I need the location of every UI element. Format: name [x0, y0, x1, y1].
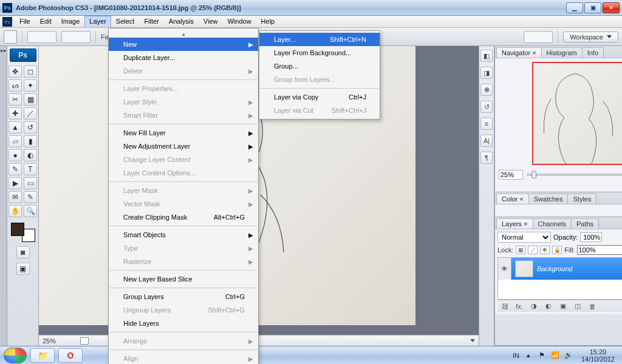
tray-flag-icon[interactable]: ⚑: [538, 351, 546, 359]
tab-swatches[interactable]: Swatches: [528, 194, 569, 204]
workspace-menu[interactable]: Workspace: [563, 32, 618, 42]
document-info-icon[interactable]: [80, 337, 89, 345]
strip-button[interactable]: ✻: [480, 84, 493, 96]
tab-layers[interactable]: Layers ×: [496, 218, 533, 229]
status-menu-icon[interactable]: [470, 339, 475, 342]
menu-layer[interactable]: Layer: [84, 16, 111, 27]
layer-row[interactable]: 👁 Background 🔒: [498, 258, 622, 280]
menu-analysis[interactable]: Analysis: [164, 16, 199, 27]
zoom-field[interactable]: 25%: [43, 337, 75, 345]
lock-position-icon[interactable]: ✥: [540, 246, 550, 254]
dodge-tool[interactable]: ◐: [24, 149, 37, 161]
minimize-button[interactable]: ▁: [566, 2, 583, 13]
layer-thumbnail[interactable]: [515, 260, 533, 277]
scroll-up-arrow[interactable]: ▴: [109, 30, 258, 38]
marquee-tool[interactable]: ◻: [24, 66, 37, 78]
fx-icon[interactable]: fx.: [514, 303, 524, 310]
taskbar-explorer[interactable]: 📁: [30, 348, 55, 363]
hand-tool[interactable]: ✋: [9, 205, 22, 217]
tab-paths[interactable]: Paths: [571, 218, 599, 229]
lock-image-icon[interactable]: ／: [528, 246, 538, 254]
history-brush-tool[interactable]: ↺: [24, 121, 37, 133]
group-icon[interactable]: ▣: [558, 302, 568, 310]
menu-item[interactable]: New Fill Layer▶: [109, 126, 258, 140]
menu-image[interactable]: Image: [56, 16, 85, 27]
menu-item[interactable]: Layer From Background...: [259, 46, 380, 59]
eyedropper-tool[interactable]: ✎: [24, 191, 37, 203]
eraser-tool[interactable]: ▱: [9, 135, 22, 147]
selection-mode-add[interactable]: [61, 31, 91, 43]
menu-select[interactable]: Select: [111, 16, 140, 27]
slider-knob[interactable]: [531, 171, 536, 178]
menu-item[interactable]: New▶: [109, 38, 258, 51]
strip-button[interactable]: ↺: [480, 101, 493, 113]
new-layer-icon[interactable]: ◫: [573, 302, 583, 310]
blend-mode-select[interactable]: Normal: [497, 232, 551, 243]
healing-brush-tool[interactable]: ✚: [9, 107, 22, 120]
selection-mode-new[interactable]: [27, 31, 56, 43]
link-layers-icon[interactable]: ⛓: [500, 303, 510, 310]
strip-button[interactable]: ¶: [480, 152, 493, 164]
menu-item[interactable]: Layer...Shift+Ctrl+N: [259, 33, 380, 46]
blur-tool[interactable]: ●: [9, 149, 22, 161]
delete-layer-icon[interactable]: 🗑: [587, 303, 597, 310]
adjustment-icon[interactable]: ◐: [544, 302, 553, 310]
color-swatches[interactable]: [10, 221, 36, 242]
strip-button[interactable]: ≡: [480, 118, 493, 130]
navigator-zoom-input[interactable]: [499, 170, 523, 180]
menu-item[interactable]: Smart Objects▶: [109, 228, 258, 241]
magic-wand-tool[interactable]: ✦: [24, 79, 37, 92]
tray-show-hidden-icon[interactable]: ▴: [524, 351, 533, 359]
maximize-button[interactable]: ▣: [584, 2, 601, 13]
clock[interactable]: 15:20 14/10/2012: [578, 348, 618, 363]
tray-network-icon[interactable]: 📶: [551, 351, 559, 359]
dock-toggle[interactable]: ▸▸: [0, 46, 7, 346]
quick-mask-toggle[interactable]: ◙: [16, 246, 30, 258]
menu-item[interactable]: Create Clipping MaskAlt+Ctrl+G: [109, 211, 258, 224]
layer-menu-dropdown[interactable]: ▴ New▶Duplicate Layer...Delete▶Layer Pro…: [108, 28, 259, 364]
menu-edit[interactable]: Edit: [35, 16, 56, 27]
menu-item[interactable]: New Layer Based Slice: [109, 272, 258, 286]
lock-all-icon[interactable]: 🔒: [552, 246, 562, 254]
pen-tool[interactable]: ✎: [9, 163, 22, 175]
menu-item[interactable]: Hide Layers: [109, 317, 258, 330]
menu-window[interactable]: Window: [222, 16, 256, 27]
close-button[interactable]: ✕: [603, 2, 620, 13]
tray-volume-icon[interactable]: 🔊: [564, 351, 573, 359]
mask-icon[interactable]: ◑: [529, 302, 539, 310]
menu-item[interactable]: Group LayersCtrl+G: [109, 290, 258, 303]
visibility-toggle[interactable]: 👁: [498, 258, 511, 280]
navigator-zoom-slider[interactable]: [527, 174, 622, 176]
menu-item[interactable]: Duplicate Layer...: [109, 51, 258, 64]
lock-transparent-icon[interactable]: ▦: [516, 246, 525, 254]
layer-name[interactable]: Background: [537, 265, 622, 272]
menu-item[interactable]: New Adjustment Layer▶: [109, 140, 258, 153]
shape-tool[interactable]: ▭: [24, 177, 37, 189]
menu-help[interactable]: Help: [256, 16, 280, 27]
gradient-tool[interactable]: ▮: [24, 135, 37, 147]
menu-item[interactable]: Group...: [259, 59, 380, 73]
zoom-tool[interactable]: 🔍: [24, 205, 37, 217]
screen-mode-button[interactable]: ▣: [16, 263, 30, 275]
strip-button[interactable]: ◧: [480, 50, 493, 62]
lasso-tool[interactable]: ᔕ: [9, 79, 22, 92]
menu-file[interactable]: File: [15, 16, 35, 27]
tab-channels[interactable]: Channels: [533, 218, 572, 229]
slice-tool[interactable]: ▦: [24, 93, 37, 106]
type-tool[interactable]: T: [24, 163, 37, 175]
foreground-color[interactable]: [11, 223, 24, 236]
fill-input[interactable]: [577, 245, 622, 255]
tab-histogram[interactable]: Histogram: [541, 47, 583, 58]
move-tool[interactable]: ✥: [9, 66, 22, 78]
menu-filter[interactable]: Filter: [139, 16, 163, 27]
input-language[interactable]: IN: [513, 352, 519, 359]
start-button[interactable]: [4, 348, 27, 363]
tab-info[interactable]: Info: [582, 47, 604, 58]
opacity-input[interactable]: [580, 232, 602, 242]
navigator-thumbnail[interactable]: [532, 62, 622, 165]
taskbar-opera[interactable]: O: [58, 348, 83, 363]
go-to-bridge-button[interactable]: [524, 31, 553, 43]
tab-styles[interactable]: Styles: [567, 194, 596, 204]
new-submenu-dropdown[interactable]: Layer...Shift+Ctrl+NLayer From Backgroun…: [259, 30, 380, 120]
path-select-tool[interactable]: ▶: [9, 177, 22, 189]
